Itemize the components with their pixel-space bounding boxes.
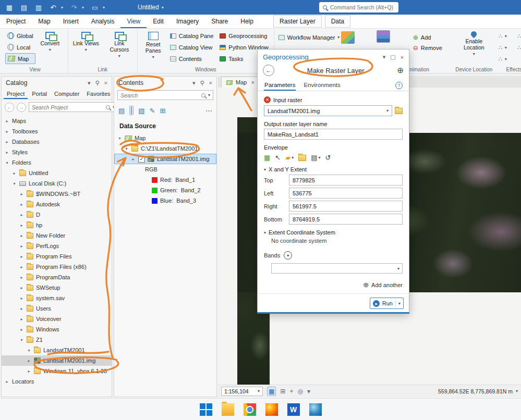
geoprocessing-tab[interactable]: Environments: [303, 80, 341, 91]
catalog-tree-item[interactable]: ▸ ProgramData: [2, 272, 112, 282]
contents-tree-item[interactable]: ✓ Red: Band_1: [114, 175, 216, 185]
layer-extent-icon[interactable]: ▰▾: [285, 154, 294, 162]
expand-arrow-icon[interactable]: ▸: [27, 369, 31, 374]
expand-arrow-icon[interactable]: ▾: [27, 348, 31, 353]
catalog-tree-item[interactable]: ▸ D: [2, 209, 112, 220]
ribbon-tab[interactable]: Help: [234, 15, 260, 28]
catalog-tree-item[interactable]: ▸ Styles: [2, 147, 112, 157]
map-view-tab[interactable]: Map ×: [221, 77, 260, 88]
reset-panes-button[interactable]: Reset Panes▾: [141, 30, 166, 64]
browse-folder-icon[interactable]: [395, 108, 403, 114]
catalog-tree-item[interactable]: ▸ Windows: [2, 324, 112, 335]
animation-add-button[interactable]: ⊕Add: [411, 32, 433, 43]
windows-group-button[interactable]: Contents: [168, 53, 216, 64]
bands-combo[interactable]: ▾: [271, 263, 403, 274]
workflow-manager-button[interactable]: Workflow Manager▾: [276, 32, 342, 43]
extent-field-input[interactable]: [289, 188, 403, 199]
extent-field-input[interactable]: [289, 214, 403, 225]
expand-arrow-icon[interactable]: ▸: [19, 192, 24, 196]
contents-tree-item[interactable]: ▸ ✓ LandsatTM2001.img: [114, 154, 216, 164]
expand-arrow-icon[interactable]: ▸: [19, 296, 24, 301]
expand-arrow-icon[interactable]: ▸: [19, 254, 24, 259]
contextual-tab[interactable]: Data: [325, 15, 350, 28]
expand-arrow-icon[interactable]: ▾: [5, 160, 9, 165]
contents-tree-item[interactable]: ✓ Blue: Band_3: [114, 195, 216, 206]
catalog-search-box[interactable]: ▾: [29, 102, 118, 112]
ribbon-tab[interactable]: View: [120, 15, 147, 28]
expand-arrow-icon[interactable]: ▸: [19, 306, 24, 311]
catalog-tab[interactable]: Favorites: [83, 89, 113, 99]
animation-remove-button[interactable]: ⊖Remove: [411, 42, 444, 53]
expand-arrow-icon[interactable]: ▾: [117, 136, 122, 141]
close-icon[interactable]: ×: [104, 80, 107, 86]
catalog-tree-item[interactable]: ▸ Program Files: [2, 251, 112, 262]
catalog-tree-item[interactable]: ▸ system.sav: [2, 293, 112, 303]
catalog-tree-item[interactable]: ▾ Folders: [2, 157, 112, 168]
catalog-tree-item[interactable]: ▸ Windows 11_vbox 6.1.38: [2, 366, 112, 376]
float-icon[interactable]: ▢: [390, 54, 395, 60]
catalog-tree-item[interactable]: ▸ New Folder: [2, 230, 112, 241]
customize-dropdown-icon[interactable]: ▾: [101, 5, 106, 10]
expand-arrow-icon[interactable]: ▸: [19, 265, 24, 269]
data-source-view-button[interactable]: [129, 106, 134, 115]
run-button[interactable]: ▶ Run ▾: [370, 298, 404, 309]
pane-options-icon[interactable]: ▾: [383, 54, 386, 60]
catalog-tab[interactable]: Computer: [51, 89, 82, 99]
catalog-tree-item[interactable]: ▸ Toolboxes: [2, 126, 112, 137]
close-icon[interactable]: ×: [251, 79, 254, 85]
extent-grid-icon[interactable]: ▦: [264, 154, 270, 162]
contents-search-input[interactable]: [120, 92, 199, 98]
expand-arrow-icon[interactable]: ▸: [5, 150, 9, 155]
catalog-tree-item[interactable]: ▸ hp: [2, 220, 112, 230]
expand-arrow-icon[interactable]: ▸: [19, 233, 24, 238]
undo-icon[interactable]: ↶: [48, 4, 58, 11]
catalog-tree-item[interactable]: ▸ Databases: [2, 137, 112, 147]
expand-arrow-icon[interactable]: ▾: [12, 181, 17, 186]
taskbar-app-button[interactable]: [286, 402, 301, 417]
global-scene-button[interactable]: Global: [5, 30, 35, 41]
close-icon[interactable]: ×: [209, 80, 212, 86]
chevron-down-icon[interactable]: ▾: [208, 93, 210, 97]
pane-options-icon[interactable]: ▾: [192, 80, 196, 87]
drawing-order-icon[interactable]: ▤: [118, 107, 125, 114]
target-icon[interactable]: ◎: [297, 388, 302, 395]
snapping-view-icon[interactable]: ⊞: [160, 107, 166, 114]
link-cursors-button[interactable]: Link Cursors▾: [105, 30, 134, 58]
effects-option-button[interactable]: ∴▾: [496, 31, 509, 42]
effects-option-button[interactable]: ∴▾: [496, 42, 509, 53]
redo-icon[interactable]: ↷: [69, 4, 79, 11]
catalog-tree-item[interactable]: ▸ Maps: [2, 116, 112, 126]
expand-arrow-icon[interactable]: ▸: [19, 213, 24, 217]
add-tool-icon[interactable]: ⊕: [397, 66, 404, 75]
clipboard-icon[interactable]: ▤▾: [311, 154, 320, 162]
local-scene-button[interactable]: Local: [5, 42, 35, 53]
add-another-button[interactable]: ⊕ Add another: [264, 281, 403, 289]
catalog-tab[interactable]: Project: [4, 89, 28, 99]
editing-view-icon[interactable]: ✎: [150, 107, 155, 114]
expand-arrow-icon[interactable]: ▸: [19, 317, 24, 322]
contents-tree-item[interactable]: ✓ Green: Band_2: [114, 185, 216, 195]
chart-icon[interactable]: [377, 30, 390, 43]
expand-arrow-icon[interactable]: ▸: [5, 129, 9, 134]
presentation-icon[interactable]: [341, 31, 355, 44]
windows-group-button[interactable]: Catalog View: [168, 42, 216, 53]
expand-arrow-icon[interactable]: ▸: [19, 202, 24, 207]
expand-arrow-icon[interactable]: ▸: [12, 171, 17, 176]
expand-arrow-icon[interactable]: ▸: [19, 327, 24, 332]
command-search[interactable]: [319, 2, 398, 13]
taskbar-app-button[interactable]: [264, 402, 279, 417]
pin-icon[interactable]: ⚲: [95, 80, 100, 87]
catalog-tree-item[interactable]: ▸ LandsatTM2001.img: [2, 355, 112, 366]
extent-field-input[interactable]: [289, 201, 403, 212]
catalog-tree-item[interactable]: ▾ Z1: [2, 335, 112, 345]
map-scale-select[interactable]: 1:156,104▾: [221, 387, 263, 396]
catalog-tree-item[interactable]: ▸ Autodesk: [2, 199, 112, 209]
expand-arrow-icon[interactable]: ▾: [124, 146, 129, 151]
link-views-button[interactable]: Link Views▾: [71, 30, 101, 58]
pane-options-icon[interactable]: ▾: [88, 80, 91, 87]
effects-option-button[interactable]: ∴▾: [496, 54, 509, 65]
forward-button[interactable]: →: [17, 103, 26, 112]
input-raster-combo[interactable]: LandsatTM2001.img ▾: [264, 105, 392, 116]
grid-icon[interactable]: ⊞: [280, 388, 285, 395]
taskbar-app-button[interactable]: [221, 402, 235, 417]
